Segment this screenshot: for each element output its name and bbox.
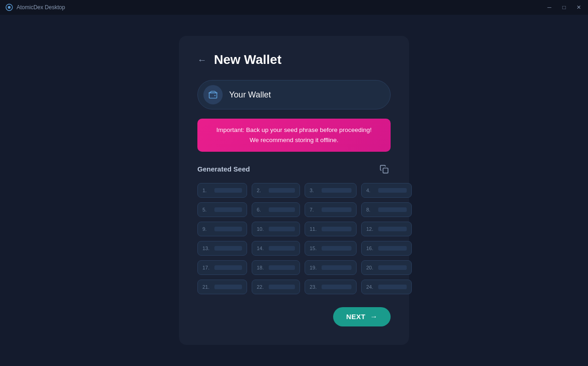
seed-word-number: 18. (257, 265, 266, 270)
seed-word-number: 13. (202, 246, 212, 251)
seed-word-number: 22. (257, 284, 266, 290)
seed-word-number: 24. (366, 284, 375, 290)
app-icon (6, 4, 13, 11)
title-bar-controls: ─ □ ✕ (546, 4, 582, 11)
wallet-icon-circle (203, 85, 223, 104)
seed-word-masked (378, 265, 407, 270)
seed-word-masked (269, 227, 295, 231)
seed-word-item: 3. (305, 183, 357, 198)
seed-word-masked (214, 188, 242, 193)
seed-word-masked (378, 246, 407, 251)
seed-word-number: 6. (257, 207, 266, 212)
app-title: AtomicDex Desktop (17, 4, 65, 11)
warning-banner: Important: Back up your seed phrase befo… (197, 119, 391, 151)
seed-section-header: Generated Seed (197, 163, 391, 176)
title-bar-left: AtomicDex Desktop (6, 4, 65, 11)
title-bar: AtomicDex Desktop ─ □ ✕ (0, 0, 588, 15)
seed-word-item: 16. (361, 241, 412, 256)
seed-word-number: 16. (366, 246, 375, 251)
seed-word-item: 23. (305, 280, 357, 294)
wallet-name-input[interactable] (229, 90, 381, 100)
seed-word-masked (269, 188, 295, 193)
main-area: ← New Wallet Important: Back up your see… (0, 15, 588, 366)
maximize-button[interactable]: □ (560, 4, 568, 11)
copy-icon (380, 165, 389, 174)
seed-word-item: 18. (252, 260, 300, 275)
seed-word-item: 10. (252, 222, 300, 236)
seed-word-item: 22. (252, 280, 300, 294)
close-button[interactable]: ✕ (575, 4, 582, 11)
seed-word-masked (214, 285, 242, 289)
seed-word-number: 15. (310, 246, 319, 251)
copy-seed-button[interactable] (378, 163, 391, 176)
seed-word-number: 20. (366, 265, 375, 270)
seed-word-masked (378, 285, 407, 289)
wallet-icon (208, 90, 218, 99)
seed-word-number: 2. (257, 188, 266, 193)
warning-line1: Important: Back up your seed phrase befo… (207, 125, 381, 135)
minimize-button[interactable]: ─ (546, 4, 553, 11)
seed-word-masked (214, 246, 242, 251)
seed-word-masked (269, 265, 295, 270)
next-button[interactable]: NEXT → (333, 307, 391, 326)
seed-word-masked (322, 285, 352, 289)
seed-word-masked (378, 227, 407, 231)
seed-word-masked (269, 285, 295, 289)
seed-label: Generated Seed (197, 165, 250, 173)
next-arrow-icon: → (370, 313, 378, 321)
seed-word-number: 19. (310, 265, 319, 270)
wallet-name-row (197, 80, 391, 109)
svg-point-3 (214, 95, 216, 97)
new-wallet-card: ← New Wallet Important: Back up your see… (179, 36, 409, 344)
seed-word-masked (322, 207, 352, 212)
seed-word-number: 4. (366, 188, 375, 193)
seed-word-number: 14. (257, 246, 266, 251)
back-button[interactable]: ← (197, 55, 207, 65)
seed-word-masked (214, 227, 242, 231)
seed-word-number: 23. (310, 284, 319, 290)
seed-word-item: 20. (361, 260, 412, 275)
seed-word-masked (322, 246, 352, 251)
seed-word-number: 11. (310, 226, 319, 232)
seed-word-number: 12. (366, 226, 375, 232)
seed-word-item: 13. (197, 241, 247, 256)
seed-word-number: 7. (310, 207, 319, 212)
seed-word-item: 11. (305, 222, 357, 236)
seed-word-item: 8. (361, 202, 412, 217)
seed-word-item: 15. (305, 241, 357, 256)
seed-word-item: 7. (305, 202, 357, 217)
seed-word-masked (269, 207, 295, 212)
seed-word-number: 8. (366, 207, 375, 212)
seed-word-item: 12. (361, 222, 412, 236)
seed-word-item: 1. (197, 183, 247, 198)
seed-word-number: 10. (257, 226, 266, 232)
seed-word-item: 14. (252, 241, 300, 256)
svg-rect-4 (383, 168, 388, 173)
svg-rect-2 (209, 93, 217, 98)
page-title: New Wallet (214, 52, 282, 67)
seed-word-number: 5. (202, 207, 212, 212)
seed-word-item: 9. (197, 222, 247, 236)
seed-word-number: 9. (202, 226, 212, 232)
seed-word-masked (214, 265, 242, 270)
warning-line2: We recommend storing it offline. (207, 135, 381, 145)
seed-word-item: 21. (197, 280, 247, 294)
seed-word-masked (378, 188, 407, 193)
next-button-label: NEXT (346, 313, 365, 320)
seed-word-masked (214, 207, 242, 212)
seed-word-masked (322, 188, 352, 193)
seed-word-masked (322, 265, 352, 270)
seed-word-masked (269, 246, 295, 251)
seed-word-masked (322, 227, 352, 231)
seed-word-item: 5. (197, 202, 247, 217)
seed-word-number: 17. (202, 265, 212, 270)
seed-word-item: 17. (197, 260, 247, 275)
seed-word-item: 24. (361, 280, 412, 294)
seed-word-number: 3. (310, 188, 319, 193)
seed-word-item: 6. (252, 202, 300, 217)
next-btn-row: NEXT → (197, 307, 391, 326)
seed-word-item: 19. (305, 260, 357, 275)
seed-word-masked (378, 207, 407, 212)
seed-grid: 1.2.3.4.5.6.7.8.9.10.11.12.13.14.15.16.1… (197, 183, 391, 294)
svg-point-1 (8, 6, 11, 9)
